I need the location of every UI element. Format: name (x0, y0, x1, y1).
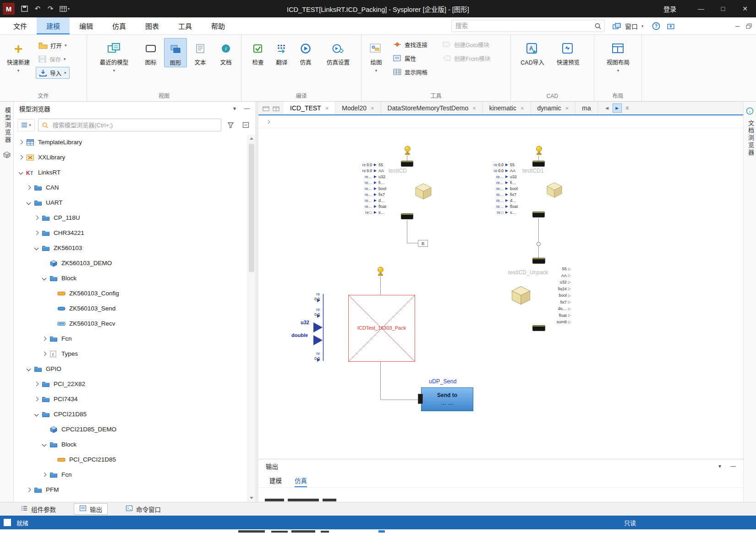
output-menu-caret-icon[interactable]: ▾ (718, 463, 721, 469)
collapse-icon[interactable] (42, 276, 47, 281)
package-cube-icon[interactable] (546, 181, 563, 201)
info-circle-icon[interactable]: i (746, 107, 754, 115)
menu-图表[interactable]: 图表 (136, 17, 169, 34)
tree-item-UART[interactable]: UART (14, 195, 247, 210)
collapse-icon[interactable] (42, 442, 47, 447)
minimize-button[interactable]: — (690, 0, 712, 17)
tree-item-PFM[interactable]: PFM (14, 482, 247, 497)
output-tab-simulation[interactable]: 仿真 (295, 473, 307, 487)
tree-item-Fcn[interactable]: Fcn (14, 467, 247, 482)
open-button[interactable]: 打开 ▾ (36, 39, 70, 51)
check-button[interactable]: 检查 (247, 38, 269, 66)
menu-文件[interactable]: 文件 (4, 17, 37, 34)
windows-icon[interactable] (612, 22, 621, 30)
save-button[interactable]: 保存 ▾ (36, 53, 69, 65)
child-restore-icon[interactable] (746, 23, 752, 29)
tab-list-icon[interactable]: ≡ (623, 103, 632, 113)
redo-icon[interactable]: ↷ (44, 2, 57, 15)
tree-item-PCI7434[interactable]: PCI7434 (14, 392, 247, 407)
maximize-button[interactable]: □ (712, 0, 734, 17)
doc-tab-ma[interactable]: ma (575, 102, 597, 114)
expand-icon[interactable] (27, 185, 31, 190)
tree-scrollbar[interactable] (247, 135, 255, 502)
close-tab-icon[interactable]: × (325, 105, 329, 112)
view-layout-button[interactable]: 视图布局 ▾ (603, 38, 634, 73)
tree-item-Block[interactable]: Block (14, 437, 247, 452)
tree-item-Block[interactable]: Block (14, 271, 247, 286)
expand-icon[interactable] (42, 352, 47, 356)
icon-view-button[interactable]: 图标 (139, 38, 162, 66)
window-caret-icon[interactable]: ▾ (641, 24, 644, 28)
output-tab-modeling[interactable]: 建模 (269, 473, 282, 487)
expand-icon[interactable] (19, 140, 23, 145)
tree-item-ZK560103_Config[interactable]: ZK560103_Config (14, 286, 247, 301)
browser-view-mode-button[interactable]: ▾ (17, 119, 35, 131)
tree-item-ZK560103_DEMO[interactable]: ZK560103_DEMO (14, 256, 247, 271)
expand-icon[interactable] (34, 216, 39, 220)
popout-frame-icon[interactable] (667, 22, 675, 30)
bottom-tab-组件参数[interactable]: 组件参数 (16, 503, 61, 515)
output-collapse-icon[interactable]: — (730, 463, 736, 469)
tree-item-PCI_22X82[interactable]: PCI_22X82 (14, 376, 247, 392)
doc-tab-DataStoreMemoryTestDemo[interactable]: DataStoreMemoryTestDemo× (381, 102, 483, 114)
collapse-icon[interactable] (19, 170, 23, 175)
create-goto-button[interactable]: 创建Goto模块 (439, 38, 492, 50)
bus-block[interactable] (401, 213, 413, 219)
bus-block[interactable] (532, 325, 545, 331)
model-browser-strip-tab[interactable]: 模型浏览器 (3, 107, 12, 144)
tab-scroll-right-icon[interactable]: ▶ (613, 103, 622, 113)
find-connection-button[interactable]: 查找连接 (390, 38, 430, 50)
create-from-button[interactable]: 创建From模块 (439, 52, 493, 64)
menu-仿真[interactable]: 仿真 (103, 17, 136, 34)
expand-icon[interactable] (27, 488, 31, 492)
collapse-icon[interactable] (27, 201, 31, 205)
tree-item-Fcn[interactable]: Fcn (14, 331, 247, 346)
package-cube-icon[interactable] (510, 285, 531, 308)
scroll-down-icon[interactable] (248, 494, 255, 502)
translate-button[interactable]: 翻译 (271, 38, 293, 66)
close-button[interactable]: ✕ (734, 0, 756, 17)
login-button[interactable]: 登录 (663, 4, 676, 13)
doc-tab-ICD_TEST[interactable]: ICD_TEST× (284, 102, 335, 114)
recent-models-button[interactable]: 最近的模型 ▾ (95, 38, 133, 73)
expand-icon[interactable] (42, 473, 47, 477)
tree-item-XXLibrary[interactable]: XXLibrary (14, 150, 247, 165)
lamp-icon[interactable] (535, 146, 543, 158)
tree-item-Types[interactable]: tTypes (14, 346, 247, 361)
collapse-all-icon[interactable] (240, 119, 252, 131)
tab-scroll-left-icon[interactable]: ◀ (603, 103, 612, 113)
menu-帮助[interactable]: 帮助 (202, 17, 235, 34)
menu-建模[interactable]: 建模 (37, 17, 70, 34)
window-menu[interactable]: 窗口 (625, 22, 638, 31)
lamp-icon[interactable] (404, 146, 411, 158)
tree-item-LinksRT[interactable]: KTLinksRT (14, 165, 247, 180)
diagram-canvas[interactable]: re0.055re0.0AAre…u32re…fi…re…boolre…fix7… (258, 128, 743, 459)
udp-send-block[interactable]: Send to … … (421, 387, 473, 411)
new-window-icon[interactable] (273, 105, 279, 111)
browser-search-input[interactable] (52, 121, 218, 129)
panel-splitter[interactable] (255, 102, 258, 502)
close-tab-icon[interactable]: × (565, 105, 569, 112)
show-grid-button[interactable]: 显示网格 (390, 66, 430, 78)
search-icon[interactable] (594, 22, 602, 30)
collapse-icon[interactable] (34, 412, 39, 417)
expand-icon[interactable] (34, 231, 39, 235)
close-tab-icon[interactable]: × (371, 105, 374, 112)
udp-connector[interactable] (418, 394, 423, 404)
import-button[interactable]: 导入 ▾ (36, 67, 70, 79)
doc-browser-strip-tab[interactable]: 文档浏览器 (746, 120, 755, 157)
menu-工具[interactable]: 工具 (169, 17, 202, 34)
float-window-icon[interactable] (263, 105, 269, 111)
collapse-icon[interactable] (34, 246, 39, 250)
bottom-tab-输出[interactable]: 输出 (74, 503, 108, 515)
close-tab-icon[interactable]: × (472, 105, 476, 112)
expand-icon[interactable] (34, 382, 39, 386)
expand-icon[interactable] (34, 397, 39, 402)
quick-access-caret-icon[interactable]: ▾ (68, 7, 70, 11)
bus-block[interactable] (532, 258, 545, 264)
close-tab-icon[interactable]: × (520, 105, 524, 112)
panel-collapse-icon[interactable]: — (244, 105, 250, 112)
package-cube-icon[interactable] (414, 182, 433, 202)
scroll-up-icon[interactable] (248, 135, 255, 142)
properties-button[interactable]: 属性 (390, 52, 419, 64)
